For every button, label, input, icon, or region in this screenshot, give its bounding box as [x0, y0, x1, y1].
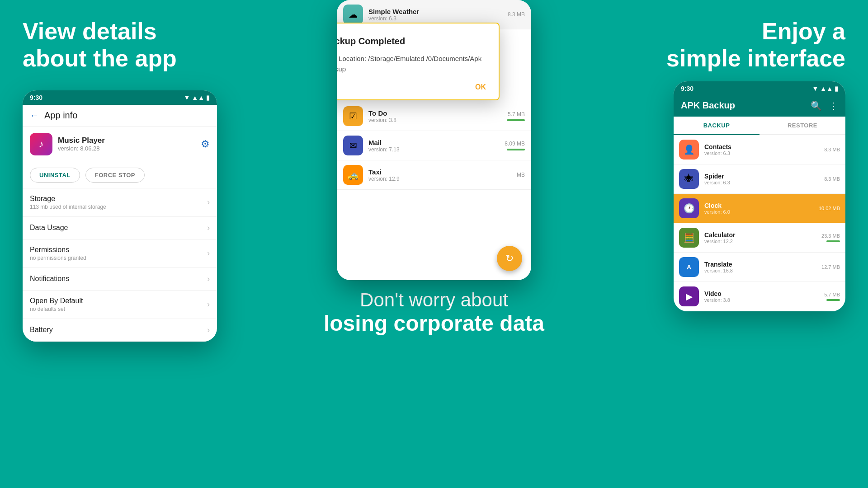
app-info-header: ← App info	[23, 105, 217, 127]
left-headline: View details about the app	[23, 18, 177, 72]
chevron-icon: ›	[207, 274, 210, 284]
center-bottom-text: Don't worry about losing corporate data	[306, 280, 562, 336]
menu-item-battery[interactable]: Battery ›	[23, 319, 217, 342]
left-section: View details about the app 9:30 ▼ ▲▲ ▮ ←…	[0, 0, 253, 488]
more-icon[interactable]: ⋮	[829, 100, 838, 111]
bottom-line2: losing corporate data	[324, 311, 544, 336]
tab-restore[interactable]: RESTORE	[760, 117, 845, 134]
size-bar-calculator	[826, 240, 840, 242]
uninstall-button[interactable]: UNINSTAL	[30, 168, 80, 183]
calculator-icon: 🧮	[679, 228, 699, 248]
todo-icon: ☑	[343, 106, 363, 126]
headline-line1: View details	[23, 18, 157, 44]
size-bar-video	[826, 299, 840, 301]
headline-line2: about the app	[23, 45, 177, 71]
right-app-item-video: ▶ Video version: 3.8 5.7 MB	[674, 282, 845, 311]
app-info-row: ♪ Music Player version: 8.06.28 ⚙	[23, 127, 217, 162]
signal-icon: ▲▲	[192, 94, 204, 101]
right-app-item-clock: 🕐 Clock version: 6.0 10.02 MB	[674, 194, 845, 223]
chevron-icon: ›	[207, 223, 210, 233]
app-info-text: Music Player version: 8.06.28	[58, 136, 195, 152]
right-headline-line2: simple interface	[666, 45, 845, 71]
app-list-todo: ☑ To Do version: 3.8 5.7 MB	[337, 102, 531, 131]
back-arrow-icon[interactable]: ←	[30, 110, 39, 121]
menu-item-permissions[interactable]: Permissions no permissions granted ›	[23, 239, 217, 268]
menu-item-data-usage[interactable]: Data Usage ›	[23, 217, 217, 239]
signal-icon-right: ▲▲	[820, 85, 833, 92]
status-time-left: 9:30	[30, 94, 42, 101]
gear-icon[interactable]: ⚙	[201, 138, 210, 150]
battery-icon: ▮	[206, 94, 210, 101]
menu-item-storage[interactable]: Storage 113 mb used of internal storage …	[23, 188, 217, 217]
size-bar-mail	[507, 149, 525, 150]
dialog-ok-button[interactable]: OK	[337, 83, 486, 91]
right-phone-header: APK Backup 🔍 ⋮	[674, 96, 845, 117]
right-headline-line1: Enjoy a	[762, 18, 845, 44]
right-app-item-contacts: 👤 Contacts version: 6.3 8.3 MB	[674, 135, 845, 164]
status-bar-left: 9:30 ▼ ▲▲ ▮	[23, 90, 217, 105]
app-name-label: Music Player	[58, 136, 195, 145]
phone-mockup-right: 9:30 ▼ ▲▲ ▮ APK Backup 🔍 ⋮ BACKUP RESTOR…	[674, 81, 845, 311]
action-buttons: UNINSTAL FORCE STOP	[23, 162, 217, 188]
mail-icon: ✉	[343, 136, 363, 155]
chevron-icon: ›	[207, 300, 210, 309]
chevron-icon: ›	[207, 197, 210, 207]
wifi-icon: ▼	[184, 94, 190, 101]
right-tabs: BACKUP RESTORE	[674, 117, 845, 135]
fab-button[interactable]: ↻	[497, 246, 522, 271]
chevron-icon: ›	[207, 249, 210, 258]
app-list-taxi: 🚕 Taxi version: 12.9 MB	[337, 160, 531, 190]
simple-weather-icon: ☁	[343, 5, 363, 24]
status-bar-right: 9:30 ▼ ▲▲ ▮	[674, 81, 845, 96]
header-title: App info	[44, 110, 77, 121]
clock-icon: 🕐	[679, 198, 699, 218]
phone-mockup-center: ☁ Simple Weather version: 6.3 8.3 MB Bac…	[337, 0, 531, 280]
status-icons-left: ▼ ▲▲ ▮	[184, 94, 210, 101]
taxi-icon: 🚕	[343, 165, 363, 185]
size-bar-todo	[507, 119, 525, 121]
right-app-name: APK Backup	[681, 100, 735, 111]
translate-icon: A	[679, 257, 699, 277]
right-app-item-translate: A Translate version: 16.8 12.7 MB	[674, 253, 845, 282]
tab-backup[interactable]: BACKUP	[674, 117, 760, 135]
spider-icon: 🕷	[679, 169, 699, 189]
app-version-label: version: 8.06.28	[58, 145, 195, 152]
bottom-line1: Don't worry about	[324, 289, 544, 311]
battery-icon-right: ▮	[835, 85, 838, 92]
video-icon: ▶	[679, 286, 699, 306]
right-headline: Enjoy a simple interface	[666, 18, 845, 72]
menu-item-notifications[interactable]: Notifications ›	[23, 268, 217, 291]
search-icon[interactable]: 🔍	[811, 100, 822, 111]
force-stop-button[interactable]: FORCE STOP	[85, 168, 145, 183]
phone-mockup-left: 9:30 ▼ ▲▲ ▮ ← App info ♪ Music Player ve…	[23, 90, 217, 342]
status-icons-right: ▼ ▲▲ ▮	[812, 85, 838, 92]
middle-section: ☁ Simple Weather version: 6.3 8.3 MB Bac…	[253, 0, 615, 488]
app-list-mail: ✉ Mail version: 7.13 8.09 MB	[337, 131, 531, 160]
chevron-icon: ›	[207, 325, 210, 335]
contacts-icon: 👤	[679, 140, 699, 160]
right-app-item-spider: 🕷 Spider version: 6.3 8.3 MB	[674, 164, 845, 194]
menu-item-open-by-default[interactable]: Open By Default no defaults set ›	[23, 291, 217, 319]
music-player-icon: ♪	[30, 133, 52, 155]
backup-dialog: Backup Completed APK Location: /Storage/…	[337, 23, 500, 100]
dialog-title: Backup Completed	[337, 36, 486, 47]
right-app-item-calculator: 🧮 Calculator version: 12.2 23.3 MB	[674, 223, 845, 253]
dialog-body: APK Location: /Storage/Emulated /0/Docum…	[337, 54, 486, 74]
status-time-right: 9:30	[681, 85, 693, 92]
wifi-icon-right: ▼	[812, 85, 818, 92]
right-section: Enjoy a simple interface 9:30 ▼ ▲▲ ▮ APK…	[615, 0, 868, 488]
